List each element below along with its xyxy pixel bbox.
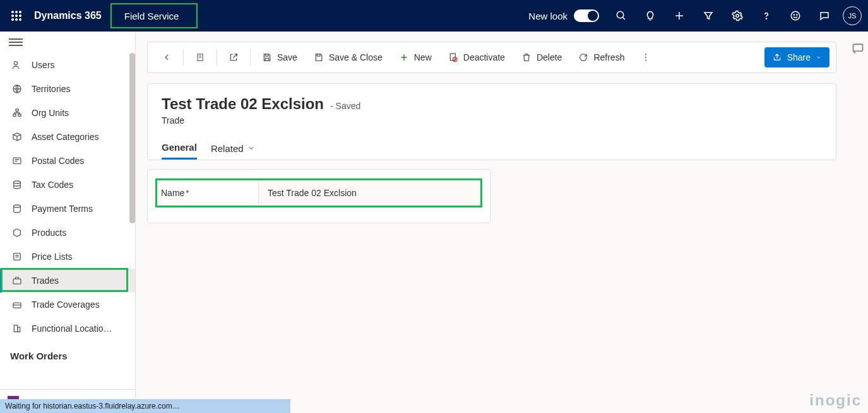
svg-point-8 xyxy=(19,18,21,20)
sidebar-item-products[interactable]: Products xyxy=(0,221,135,245)
sidebar-item-price-lists[interactable]: Price Lists xyxy=(0,245,135,269)
toggle-switch-icon[interactable] xyxy=(574,9,599,22)
filter-icon[interactable] xyxy=(695,0,722,32)
overflow-button[interactable] xyxy=(633,46,658,69)
more-vertical-icon xyxy=(641,52,651,62)
deactivate-button[interactable]: Deactivate xyxy=(441,46,513,69)
save-close-label: Save & Close xyxy=(329,52,383,62)
sidebar-item-payment-terms[interactable]: Payment Terms xyxy=(0,197,135,221)
svg-rect-34 xyxy=(265,54,268,56)
sidebar-item-label: Tax Codes xyxy=(32,180,73,190)
sidebar-collapse-icon[interactable] xyxy=(9,37,23,48)
sidebar-item-asset-categories[interactable]: Asset Categories xyxy=(0,125,135,149)
record-status: - Saved xyxy=(330,101,360,111)
copilot-icon[interactable] xyxy=(852,42,864,413)
svg-point-3 xyxy=(11,15,13,16)
sidebar-item-org-units[interactable]: Org Units xyxy=(0,101,135,125)
add-icon[interactable] xyxy=(666,0,693,32)
save-label: Save xyxy=(277,52,297,62)
search-icon[interactable] xyxy=(608,0,634,32)
help-icon[interactable] xyxy=(753,0,780,32)
save-button[interactable]: Save xyxy=(254,46,305,69)
sidebar-scrollbar[interactable] xyxy=(129,53,135,223)
form-section-general: Name* Test Trade 02 Exclsion xyxy=(147,169,490,223)
svg-point-6 xyxy=(11,18,13,20)
brand-label[interactable]: Dynamics 365 xyxy=(34,10,102,21)
sidebar-item-trades[interactable]: Trades xyxy=(0,269,135,293)
lightbulb-icon[interactable] xyxy=(637,0,663,32)
sidebar-item-label: Postal Codes xyxy=(32,156,84,166)
svg-point-44 xyxy=(645,60,646,61)
sidebar-item-label: Products xyxy=(32,228,66,238)
chat-icon[interactable] xyxy=(811,0,838,32)
chevron-down-icon xyxy=(247,144,255,152)
deactivate-label: Deactivate xyxy=(463,52,505,62)
globe-icon xyxy=(11,84,23,94)
save-close-button[interactable]: Save & Close xyxy=(306,46,390,69)
svg-rect-29 xyxy=(14,325,17,332)
trash-icon xyxy=(521,52,532,62)
sidebar-item-tax-codes[interactable]: Tax Codes xyxy=(0,173,135,197)
tab-related[interactable]: Related xyxy=(211,137,255,160)
sidebar-item-label: Price Lists xyxy=(32,252,73,262)
new-look-label: New look xyxy=(528,11,568,21)
right-rail xyxy=(848,32,868,413)
global-nav: Dynamics 365 Field Service New look JS xyxy=(0,0,868,32)
name-input[interactable]: Test Trade 02 Exclsion xyxy=(258,180,480,206)
avatar-initials: JS xyxy=(848,12,857,20)
sidebar-item-territories[interactable]: Territories xyxy=(0,77,135,101)
share-button[interactable]: Share xyxy=(764,47,829,67)
svg-point-42 xyxy=(645,54,646,55)
app-switcher[interactable]: Field Service xyxy=(110,3,198,28)
svg-rect-20 xyxy=(16,109,18,111)
new-label: New xyxy=(414,52,432,62)
svg-point-14 xyxy=(766,18,766,19)
required-indicator: * xyxy=(186,188,189,198)
back-icon xyxy=(162,52,172,62)
svg-point-4 xyxy=(15,15,17,16)
tab-label: Related xyxy=(211,143,244,154)
sidebar-item-label: Trades xyxy=(32,276,59,286)
trades-icon xyxy=(11,276,23,286)
sidebar: Users Territories Org Units Asset Catego… xyxy=(0,32,136,413)
svg-point-25 xyxy=(14,205,21,207)
sidebar-item-trade-coverages[interactable]: Trade Coverages xyxy=(0,293,135,317)
postal-icon xyxy=(11,156,23,166)
delete-button[interactable]: Delete xyxy=(514,46,569,69)
sidebar-item-functional-locations[interactable]: Functional Locatio… xyxy=(0,317,135,340)
form-selector-button[interactable] xyxy=(187,46,213,69)
app-launcher-icon[interactable] xyxy=(5,4,28,27)
sidebar-item-label: Payment Terms xyxy=(32,204,93,214)
svg-point-1 xyxy=(15,11,17,13)
sidebar-item-users[interactable]: Users xyxy=(0,53,135,77)
refresh-button[interactable]: Refresh xyxy=(571,46,632,69)
emoji-icon[interactable] xyxy=(782,0,809,32)
org-icon xyxy=(11,108,23,118)
sidebar-item-label: Users xyxy=(32,60,55,70)
open-new-window-button[interactable] xyxy=(221,46,246,69)
back-button[interactable] xyxy=(154,46,179,69)
new-button[interactable]: New xyxy=(391,46,439,69)
svg-point-13 xyxy=(736,15,739,18)
sidebar-section-work-orders: Work Orders xyxy=(0,340,135,365)
record-header: Test Trade 02 Exclsion - Saved Trade Gen… xyxy=(147,83,836,160)
svg-point-43 xyxy=(645,57,646,58)
svg-point-15 xyxy=(791,11,800,20)
sidebar-item-postal-codes[interactable]: Postal Codes xyxy=(0,149,135,173)
svg-point-5 xyxy=(19,15,21,16)
coverage-icon xyxy=(11,300,23,310)
user-avatar[interactable]: JS xyxy=(843,6,862,25)
tab-general[interactable]: General xyxy=(162,137,197,160)
settings-icon[interactable] xyxy=(724,0,751,32)
svg-point-0 xyxy=(11,11,13,13)
svg-rect-35 xyxy=(265,58,268,61)
new-look-toggle[interactable]: New look xyxy=(528,9,599,22)
refresh-icon xyxy=(578,52,588,62)
browser-status-bar: Waiting for historian.eastus-3.fluidrela… xyxy=(0,399,290,413)
sidebar-item-label: Org Units xyxy=(32,108,69,118)
deactivate-icon xyxy=(448,52,458,62)
svg-point-17 xyxy=(797,15,797,15)
payment-icon xyxy=(11,204,23,214)
sidebar-item-label: Territories xyxy=(32,84,70,94)
svg-point-18 xyxy=(14,62,17,65)
